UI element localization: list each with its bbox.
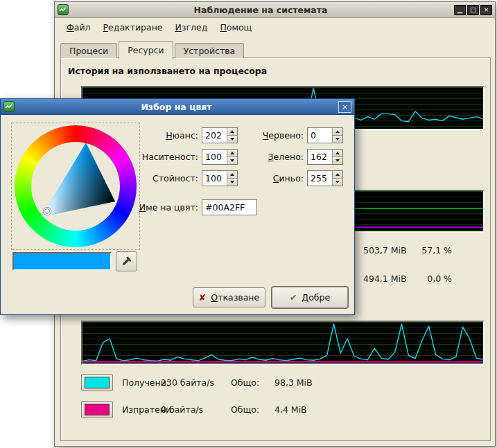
hsv-triangle[interactable] [15,125,137,247]
hue-spin-up-button[interactable] [227,128,237,135]
memory-used-value: 503,7 MiB [363,245,407,256]
desktop: Наблюдение на системата ▁ □ × Файл Редак… [0,0,497,448]
tab-bar: Процеси Ресурси Устройства [60,40,245,58]
sent-total: 4,4 MiB [274,404,307,415]
saturation-input[interactable] [202,150,227,164]
window-title: Наблюдение на системата [69,5,453,15]
color-name-input[interactable] [202,199,257,215]
color-wheel[interactable] [11,123,140,250]
value-label: Стойност: [136,173,198,183]
sent-color-chip [85,404,110,415]
dialog-close-button[interactable]: × [338,101,351,113]
hue-input[interactable] [202,128,227,143]
saturation-spin-up-button[interactable] [227,150,237,156]
maximize-button[interactable]: □ [467,5,479,15]
hue-spin-down-button[interactable] [227,135,237,143]
sent-total-label: Общо: [231,404,259,415]
sent-rate: 0 байта/s [161,404,203,415]
close-button[interactable]: × [480,5,492,15]
red-spin-up-button[interactable] [333,128,342,135]
main-titlebar[interactable]: Наблюдение на системата ▁ □ × [55,2,495,18]
cancel-icon: ✘ [199,292,206,303]
saturation-spinner[interactable] [202,149,238,165]
tab-processes[interactable]: Процеси [60,43,117,58]
tab-resources[interactable]: Ресурси [119,41,173,59]
ok-icon: ✔ [290,292,297,303]
green-spin-down-button[interactable] [333,156,342,164]
red-input[interactable] [308,128,332,143]
cancel-label: Отказване [211,292,259,303]
cancel-button[interactable]: ✘ Отказване [193,287,265,307]
received-color-swatch-button[interactable] [81,374,113,391]
value-spinner[interactable] [202,170,238,186]
value-spin-down-button[interactable] [227,178,237,186]
ok-label: Добре [302,292,330,303]
memory-used-percent: 57,1 % [403,245,452,256]
menubar: Файл Редактиране Изглед Помощ [55,18,495,36]
menu-item-help[interactable]: Помощ [213,19,258,35]
tab-devices[interactable]: Устройства [175,43,245,58]
minimize-button[interactable]: ▁ [454,5,466,15]
eyedropper-icon [121,256,132,267]
cpu-history-heading: История на използването на процесора [68,66,267,76]
blue-spin-down-button[interactable] [333,178,342,186]
red-spinner[interactable] [307,127,343,143]
green-spinner[interactable] [307,149,343,165]
swap-used-value: 494,1 MiB [363,274,407,284]
hue-spinner[interactable] [202,127,238,143]
blue-input[interactable] [308,171,332,186]
value-input[interactable] [202,171,227,186]
green-spin-up-button[interactable] [333,150,342,156]
red-label: Червено: [241,130,304,141]
sent-color-swatch-button[interactable] [81,401,113,418]
green-input[interactable] [308,150,332,164]
received-total-label: Общо: [231,377,259,388]
ok-button[interactable]: ✔ Добре [272,287,348,308]
blue-spinner[interactable] [307,170,343,186]
menu-item-file[interactable]: Файл [60,19,97,35]
color-picker-dialog: Избор на цвят × [0,98,355,315]
blue-label: Синьо: [241,173,304,183]
red-spin-down-button[interactable] [333,135,342,143]
saturation-spin-down-button[interactable] [227,156,237,164]
dialog-icon [3,101,15,112]
blue-spin-up-button[interactable] [333,171,342,178]
green-label: Зелено: [241,152,304,162]
saturation-label: Наситеност: [136,152,198,162]
color-name-label: Име на цвят: [115,202,198,213]
color-preview [12,252,112,271]
menu-item-view[interactable]: Изглед [169,19,214,35]
value-spin-up-button[interactable] [227,171,237,178]
app-icon [58,4,69,15]
received-total: 98,3 MiB [274,377,313,388]
dialog-titlebar[interactable]: Избор на цвят × [1,99,354,115]
network-history-chart [81,321,485,365]
swap-used-percent: 0,0 % [403,274,452,284]
received-rate: 230 байта/s [161,377,214,388]
hue-label: Нюанс: [136,130,198,141]
received-color-chip [85,377,110,388]
eyedropper-button[interactable] [116,251,137,271]
dialog-title: Избор на цвят [15,102,338,112]
menu-item-edit[interactable]: Редактиране [97,19,169,35]
